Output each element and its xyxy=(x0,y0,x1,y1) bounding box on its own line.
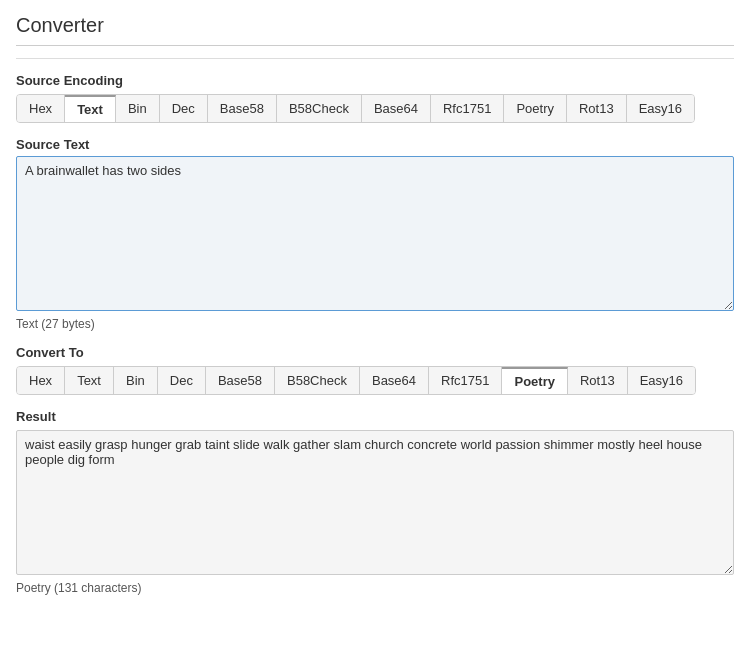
source-bin-button[interactable]: Bin xyxy=(116,95,160,122)
source-encoding-button-group: Hex Text Bin Dec Base58 B58Check Base64 … xyxy=(16,94,695,123)
convert-rfc1751-button[interactable]: Rfc1751 xyxy=(429,367,502,394)
convert-to-button-group: Hex Text Bin Dec Base58 B58Check Base64 … xyxy=(16,366,696,395)
source-base58-button[interactable]: Base58 xyxy=(208,95,277,122)
source-base64-button[interactable]: Base64 xyxy=(362,95,431,122)
source-easy16-button[interactable]: Easy16 xyxy=(627,95,694,122)
source-dec-button[interactable]: Dec xyxy=(160,95,208,122)
convert-b58check-button[interactable]: B58Check xyxy=(275,367,360,394)
source-text-section: Source Text A brainwallet has two sides … xyxy=(16,137,734,331)
source-rfc1751-button[interactable]: Rfc1751 xyxy=(431,95,504,122)
page-container: Converter Source Encoding Hex Text Bin D… xyxy=(0,0,750,609)
convert-poetry-button[interactable]: Poetry xyxy=(502,367,567,394)
convert-easy16-button[interactable]: Easy16 xyxy=(628,367,695,394)
divider xyxy=(16,58,734,59)
convert-hex-button[interactable]: Hex xyxy=(17,367,65,394)
source-rot13-button[interactable]: Rot13 xyxy=(567,95,627,122)
result-char-info: Poetry (131 characters) xyxy=(16,581,734,595)
result-section: Result waist easily grasp hunger grab ta… xyxy=(16,409,734,595)
result-label: Result xyxy=(16,409,734,424)
result-textarea[interactable]: waist easily grasp hunger grab taint sli… xyxy=(16,430,734,575)
convert-dec-button[interactable]: Dec xyxy=(158,367,206,394)
source-text-input[interactable]: A brainwallet has two sides xyxy=(16,156,734,311)
source-b58check-button[interactable]: B58Check xyxy=(277,95,362,122)
source-poetry-button[interactable]: Poetry xyxy=(504,95,567,122)
source-hex-button[interactable]: Hex xyxy=(17,95,65,122)
convert-to-section: Convert To Hex Text Bin Dec Base58 B58Ch… xyxy=(16,345,734,395)
convert-text-button[interactable]: Text xyxy=(65,367,114,394)
source-encoding-section: Source Encoding Hex Text Bin Dec Base58 … xyxy=(16,73,734,123)
convert-base58-button[interactable]: Base58 xyxy=(206,367,275,394)
source-byte-info: Text (27 bytes) xyxy=(16,317,734,331)
convert-bin-button[interactable]: Bin xyxy=(114,367,158,394)
page-title: Converter xyxy=(16,14,734,46)
convert-base64-button[interactable]: Base64 xyxy=(360,367,429,394)
source-text-label: Source Text xyxy=(16,137,734,152)
source-encoding-label: Source Encoding xyxy=(16,73,734,88)
source-text-button[interactable]: Text xyxy=(65,95,116,122)
convert-rot13-button[interactable]: Rot13 xyxy=(568,367,628,394)
convert-to-label: Convert To xyxy=(16,345,734,360)
